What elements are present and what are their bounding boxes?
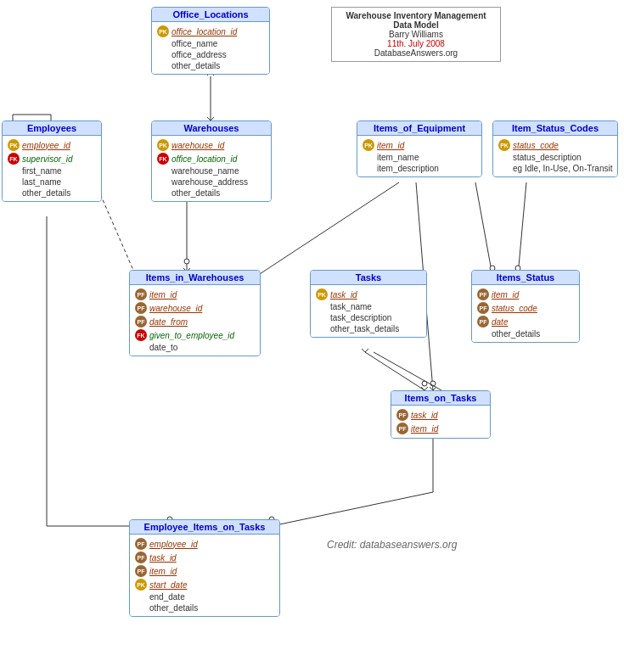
entity-items-on-tasks-title: Items_on_Tasks: [391, 391, 490, 406]
pf-icon: PF: [135, 552, 147, 563]
entity-items-status-body: PF item_id PF status_code PF date other_…: [472, 285, 579, 342]
entity-employee-items-on-tasks: Employee_Items_on_Tasks PF employee_id P…: [129, 519, 280, 617]
svg-point-20: [430, 381, 436, 386]
field-wh-other: other_details: [157, 188, 266, 199]
entity-tasks-body: PK task_id task_name task_description ot…: [311, 285, 426, 337]
pk-icon: PK: [157, 25, 169, 37]
pk-icon: PK: [498, 139, 510, 151]
fk-icon: FK: [135, 329, 147, 341]
field-eiot-employee-id: PF employee_id: [135, 537, 274, 551]
entity-items-of-equipment-body: PK item_id item_name item_description: [357, 136, 481, 176]
info-website: DatabaseAnswers.org: [339, 48, 493, 58]
field-office-name: office_name: [157, 38, 264, 49]
field-warehouse-address: warehouse_address: [157, 176, 266, 188]
entity-items-in-warehouses-title: Items_in_Warehouses: [130, 271, 260, 285]
svg-line-21: [475, 182, 492, 276]
pf-icon: PF: [396, 409, 408, 421]
info-box: Warehouse Inventory Management Data Mode…: [331, 7, 501, 62]
field-eiot-start-date: PK start_date: [135, 578, 274, 591]
field-eiot-end-date: end_date: [135, 591, 274, 602]
svg-line-25: [518, 182, 526, 276]
field-task-id: PK task_id: [316, 288, 421, 301]
pk-icon: PK: [157, 139, 169, 151]
svg-point-13: [184, 259, 189, 264]
field-is-item-id: PF item_id: [477, 288, 574, 301]
field-iiw-warehouse-id: PF warehouse_id: [135, 301, 255, 315]
entity-warehouses: Warehouses PK warehouse_id FK office_loc…: [151, 120, 272, 202]
entity-items-of-equipment-title: Items_of_Equipment: [357, 121, 481, 136]
info-title: Warehouse Inventory Management Data Mode…: [339, 11, 493, 30]
entity-tasks: Tasks PK task_id task_name task_descript…: [310, 270, 427, 338]
field-eiot-other: other_details: [135, 602, 274, 613]
field-last-name: last_name: [8, 176, 96, 188]
entity-employees-body: PK employee_id FK supervisor_id first_na…: [3, 136, 101, 201]
entity-items-on-tasks-body: PF task_id PF item_id: [391, 406, 490, 438]
field-status-code: PK status_code: [498, 138, 612, 152]
entity-employees: Employees PK employee_id FK supervisor_i…: [2, 120, 102, 202]
svg-line-42: [272, 492, 433, 526]
entity-items-status-title: Items_Status: [472, 271, 579, 285]
credit-text: Credit: databaseanswers.org: [327, 539, 457, 551]
pf-icon: PF: [477, 288, 489, 300]
field-item-description: item_description: [363, 163, 476, 174]
field-other-task-details: other_task_details: [316, 323, 421, 334]
entity-item-status-codes-body: PK status_code status_description eg Idl…: [493, 136, 617, 176]
svg-line-35: [374, 352, 441, 390]
field-is-status-code: PF status_code: [477, 301, 574, 315]
pf-icon: PF: [135, 288, 147, 300]
pf-icon: PF: [135, 538, 147, 550]
entity-items-status: Items_Status PF item_id PF status_code P…: [471, 270, 580, 343]
entity-employees-title: Employees: [3, 121, 101, 136]
entity-item-status-codes-title: Item_Status_Codes: [493, 121, 617, 136]
entity-office-locations: Office_Locations PK office_location_id o…: [151, 7, 270, 75]
entity-item-status-codes: Item_Status_Codes PK status_code status_…: [492, 120, 618, 177]
info-author: Barry Williams: [339, 30, 493, 39]
field-iiw-date-to: date_to: [135, 342, 255, 353]
entity-items-in-warehouses-body: PF item_id PF warehouse_id PF date_from …: [130, 285, 260, 356]
svg-point-32: [422, 381, 427, 386]
field-warehouse-name: warehouse_name: [157, 165, 266, 176]
pf-icon: PF: [477, 316, 489, 328]
info-date: 11th. July 2008: [339, 39, 493, 48]
field-wh-office-location-id: FK office_location_id: [157, 152, 266, 165]
pk-icon: PK: [8, 139, 20, 151]
svg-line-34: [365, 349, 368, 352]
pf-icon: PF: [477, 302, 489, 314]
pf-icon: PF: [396, 423, 408, 434]
diagram-container: Warehouse Inventory Management Data Mode…: [0, 0, 624, 672]
field-employee-id: PK employee_id: [8, 138, 96, 152]
entity-employee-items-on-tasks-body: PF employee_id PF task_id PF item_id PK …: [130, 535, 279, 616]
svg-line-33: [362, 349, 365, 352]
pk-icon: PK: [135, 579, 147, 591]
field-iot-task-id: PF task_id: [396, 408, 485, 422]
entity-items-of-equipment: Items_of_Equipment PK item_id item_name …: [357, 120, 482, 177]
field-first-name: first_name: [8, 165, 96, 176]
entity-tasks-title: Tasks: [311, 271, 426, 285]
pf-icon: PF: [135, 302, 147, 314]
entity-items-in-warehouses: Items_in_Warehouses PF item_id PF wareho…: [129, 270, 261, 356]
field-office-other: other_details: [157, 60, 264, 71]
field-warehouse-id: PK warehouse_id: [157, 138, 266, 152]
field-office-location-id: PK office_location_id: [157, 25, 264, 38]
entity-office-locations-body: PK office_location_id office_name office…: [152, 22, 269, 74]
field-task-name: task_name: [316, 301, 421, 312]
fk-icon: FK: [8, 153, 20, 165]
field-supervisor-id: FK supervisor_id: [8, 152, 96, 165]
entity-warehouses-title: Warehouses: [152, 121, 271, 136]
field-is-date: PF date: [477, 315, 574, 328]
field-office-address: office_address: [157, 49, 264, 60]
field-eiot-item-id: PF item_id: [135, 564, 274, 578]
entity-employee-items-on-tasks-title: Employee_Items_on_Tasks: [130, 520, 279, 535]
field-iiw-item-id: PF item_id: [135, 288, 255, 301]
pf-icon: PF: [135, 316, 147, 328]
pf-icon: PF: [135, 565, 147, 577]
field-emp-other: other_details: [8, 188, 96, 199]
svg-line-29: [365, 352, 424, 390]
field-status-example: eg Idle, In-Use, On-Transit: [498, 163, 612, 174]
pk-icon: PK: [316, 288, 328, 300]
entity-office-locations-title: Office_Locations: [152, 8, 269, 22]
field-is-other: other_details: [477, 328, 574, 339]
entity-warehouses-body: PK warehouse_id FK office_location_id wa…: [152, 136, 271, 201]
field-item-id: PK item_id: [363, 138, 476, 152]
pk-icon: PK: [363, 139, 374, 151]
